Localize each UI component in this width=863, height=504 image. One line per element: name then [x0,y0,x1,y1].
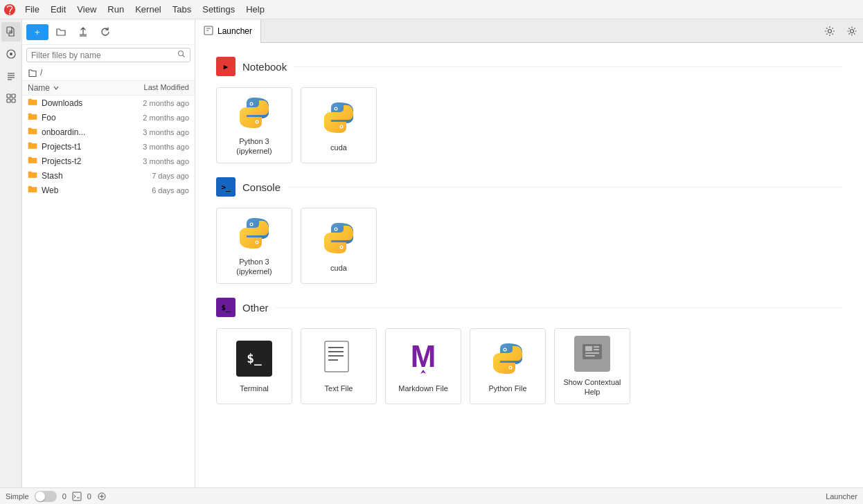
card-label-pythonfile: Python File [488,384,526,393]
launcher-tab-icon [204,26,213,37]
menu-edit[interactable]: Edit [45,3,71,16]
launcher-tab-label: Launcher [217,26,252,36]
card-cuda-notebook[interactable]: cuda [301,87,377,163]
folder-icon [28,156,37,166]
card-label-python3-console: Python 3 (ipykernel) [224,257,285,277]
menu-view[interactable]: View [71,3,102,16]
svg-point-43 [504,349,506,350]
svg-rect-47 [585,346,592,351]
svg-point-6 [10,53,12,55]
python-icon-cuda-console [319,219,358,258]
svg-point-27 [341,126,342,127]
modified-column-header[interactable]: Last Modified [113,83,189,93]
section-console: >_ Console Python 3 (ipykernel) [216,177,842,284]
svg-point-45 [510,367,511,368]
section-other: $_ Other $_Terminal Text File M Markdown… [216,298,842,404]
toggle-knob [35,492,45,501]
svg-point-23 [256,121,258,123]
file-list-header: Name Last Modified [22,81,195,96]
file-toolbar: + [22,19,195,45]
menu-settings[interactable]: Settings [197,3,240,16]
tab-bar: Launcher [195,19,863,43]
section-header-console: >_ Console [216,177,842,197]
file-date: 2 months ago [113,99,189,107]
markdown-icon: M [404,339,443,378]
card-markdownfile[interactable]: M Markdown File [385,328,461,404]
card-label-cuda-notebook: cuda [330,143,347,152]
refresh-button[interactable] [96,22,115,42]
file-row[interactable]: Web 6 days ago [22,183,195,197]
file-row[interactable]: Projects-t2 3 months ago [22,154,195,168]
launcher-tab[interactable]: Launcher [195,19,261,43]
menu-help[interactable]: Help [240,3,270,16]
running-icon[interactable] [1,44,21,64]
svg-point-33 [335,228,337,230]
terminal-status-icon [72,492,82,501]
section-header-notebook: ▶ Notebook [216,57,842,76]
card-pythonfile[interactable]: Python File [470,328,546,404]
open-folder-button[interactable] [51,22,71,42]
menu-run[interactable]: Run [102,3,130,16]
svg-point-21 [251,103,252,105]
folder-icon [28,185,37,195]
card-label-textfile: Text File [325,384,353,393]
terminal-icon: $_ [235,339,274,378]
textfile-icon [319,339,358,378]
svg-rect-11 [7,94,10,98]
terminal-icon-box: $_ [236,341,272,377]
search-icon [177,50,186,60]
mode-indicator: 0 [62,492,66,501]
card-label-contexthelp: Show Contextual Help [562,377,623,397]
file-row[interactable]: Projects-t1 3 months ago [22,139,195,154]
file-date: 3 months ago [113,157,189,165]
menu-kernel[interactable]: Kernel [130,3,167,16]
file-row[interactable]: Foo 2 months ago [22,110,195,125]
card-python3-notebook[interactable]: Python 3 (ipykernel) [216,87,292,163]
svg-rect-12 [12,94,15,98]
svg-text:M: M [411,341,436,373]
menu-file[interactable]: File [19,3,45,16]
cards-row-notebook: Python 3 (ipykernel) cuda [216,87,842,163]
file-row[interactable]: onboardin... 3 months ago [22,125,195,139]
file-row[interactable]: Downloads 2 months ago [22,96,195,110]
cards-row-console: Python 3 (ipykernel) cuda [216,208,842,284]
file-row[interactable]: Stash 7 days ago [22,168,195,183]
card-label-cuda-console: cuda [330,263,347,273]
simple-toggle[interactable] [35,491,57,502]
table-of-contents-icon[interactable] [1,66,21,86]
folder-icon [28,112,37,123]
contexthelp-icon [573,336,612,372]
file-name: Downloads [42,98,113,108]
name-column-header[interactable]: Name [28,83,113,93]
files-icon[interactable] [1,22,21,42]
content-area: Launcher ▶ Notebook [195,19,863,487]
card-python3-console[interactable]: Python 3 (ipykernel) [216,208,292,284]
python-icon-python3-console [235,215,274,251]
card-contexthelp[interactable]: Show Contextual Help [554,328,630,404]
folder-icon [28,141,37,152]
svg-rect-50 [585,352,599,354]
section-icon-other: $_ [216,298,235,317]
svg-rect-14 [12,99,15,102]
file-name: Projects-t1 [42,142,113,152]
section-title-other: Other [242,302,269,314]
settings-icon-btn[interactable] [819,20,841,42]
gear-icon-btn[interactable] [841,20,863,42]
plus-icon: + [35,27,40,37]
card-textfile[interactable]: Text File [301,328,377,404]
extensions-icon[interactable] [1,89,21,108]
upload-button[interactable] [73,22,93,42]
menu-tabs[interactable]: Tabs [167,3,197,16]
new-button[interactable]: + [26,24,48,40]
card-terminal[interactable]: $_Terminal [216,328,292,404]
section-title-console: Console [242,181,281,193]
card-cuda-console[interactable]: cuda [301,208,377,284]
python-icon-python3-notebook [235,95,274,131]
file-panel: + [22,19,195,487]
svg-rect-49 [594,349,599,350]
status-right-label: Launcher [826,492,857,501]
svg-point-25 [335,108,337,109]
icon-bar [0,19,22,487]
search-input[interactable] [31,51,177,60]
file-date: 2 months ago [113,114,189,122]
